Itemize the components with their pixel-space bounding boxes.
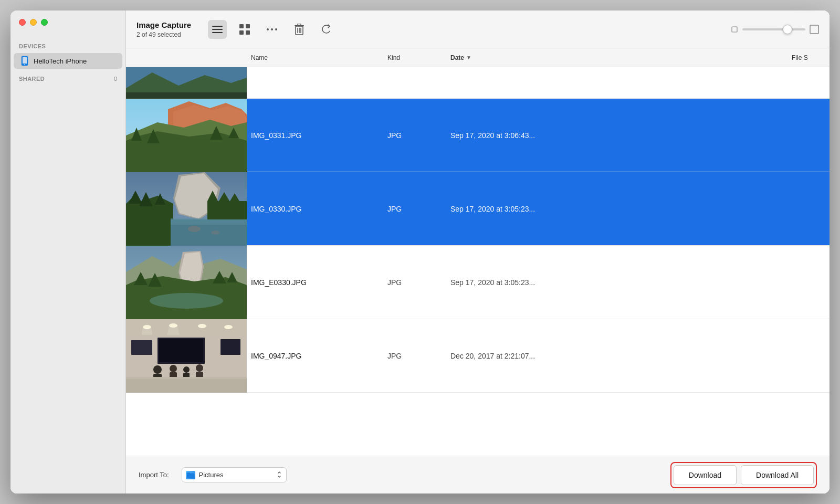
maximize-button[interactable] — [41, 19, 48, 26]
file-date: Sep 17, 2020 at 3:06:43... — [446, 131, 830, 140]
thumbnail-image — [126, 319, 247, 393]
file-kind: JPG — [383, 131, 446, 140]
download-all-button[interactable]: Download All — [741, 465, 814, 485]
file-thumbnail — [126, 99, 247, 172]
file-kind: JPG — [383, 352, 446, 360]
table-row[interactable] — [126, 67, 830, 99]
file-name: IMG_0331.JPG — [247, 131, 383, 140]
svg-rect-70 — [159, 339, 203, 362]
svg-point-44 — [188, 226, 201, 232]
svg-rect-9 — [246, 30, 250, 35]
svg-point-65 — [224, 325, 233, 329]
svg-rect-15 — [298, 24, 301, 25]
file-date: Dec 20, 2017 at 2:21:07... — [446, 352, 830, 360]
svg-point-59 — [150, 293, 223, 309]
svg-marker-30 — [126, 131, 247, 172]
file-date: Sep 17, 2020 at 3:05:23... — [446, 278, 830, 287]
svg-rect-6 — [239, 24, 244, 28]
col-date-header[interactable]: Date ▼ — [446, 54, 788, 61]
minimize-button[interactable] — [30, 19, 37, 26]
file-thumbnail — [126, 67, 247, 99]
table-row[interactable]: IMG_0330.JPG JPG Sep 17, 2020 at 3:05:23… — [126, 172, 830, 246]
svg-rect-19 — [732, 27, 737, 32]
svg-point-75 — [183, 366, 190, 373]
svg-rect-7 — [246, 24, 250, 28]
svg-rect-3 — [212, 26, 223, 27]
title-area: Image Capture 2 of 49 selected — [136, 20, 191, 38]
svg-rect-1 — [23, 57, 27, 64]
download-button[interactable]: Download — [674, 465, 737, 485]
rotate-icon — [321, 24, 332, 35]
table-row[interactable]: IMG_E0330.JPG JPG Sep 17, 2020 at 3:05:2… — [126, 246, 830, 319]
svg-rect-81 — [126, 377, 247, 393]
small-size-icon — [731, 26, 738, 33]
shared-count: 0 — [114, 76, 117, 82]
table-row[interactable]: IMG_0947.JPG JPG Dec 20, 2017 at 2:21:07… — [126, 319, 830, 393]
svg-point-10 — [267, 28, 269, 30]
svg-rect-49 — [207, 201, 247, 219]
file-list: IMG_0331.JPG JPG Sep 17, 2020 at 3:06:43… — [126, 67, 830, 456]
app-title: Image Capture — [136, 20, 191, 30]
import-to-label: Import To: — [139, 471, 169, 479]
file-kind: JPG — [383, 278, 446, 287]
file-thumbnail — [126, 319, 247, 393]
sidebar-item-device-label: HelloTech iPhone — [34, 57, 87, 65]
svg-rect-4 — [212, 29, 223, 30]
file-kind: JPG — [383, 205, 446, 213]
trash-icon — [295, 24, 304, 35]
size-slider-container — [731, 25, 819, 34]
table-row[interactable]: IMG_0331.JPG JPG Sep 17, 2020 at 3:06:43… — [126, 99, 830, 172]
col-name-header[interactable]: Name — [247, 54, 383, 61]
svg-point-2 — [24, 64, 25, 65]
more-button[interactable] — [262, 20, 281, 39]
thumbnail-image — [126, 67, 247, 99]
selection-count: 2 of 49 selected — [136, 31, 191, 38]
import-folder-select[interactable]: Pictures Desktop Downloads — [182, 467, 287, 482]
app-window: DEVICES HelloTech iPhone SHARED 0 Image … — [10, 10, 830, 494]
sidebar: DEVICES HelloTech iPhone SHARED 0 — [10, 10, 126, 494]
delete-button[interactable] — [290, 20, 309, 39]
traffic-lights — [19, 19, 48, 26]
sort-arrow-icon: ▼ — [466, 55, 471, 60]
svg-rect-72 — [220, 339, 240, 355]
size-slider[interactable] — [742, 28, 805, 30]
large-size-icon — [810, 25, 819, 34]
list-view-icon — [212, 25, 223, 34]
grid-view-button[interactable] — [235, 20, 254, 39]
svg-rect-5 — [212, 32, 223, 33]
file-name: IMG_E0330.JPG — [247, 278, 383, 287]
svg-point-77 — [196, 364, 203, 372]
file-name: IMG_0330.JPG — [247, 205, 383, 213]
col-kind-header[interactable]: Kind — [383, 54, 446, 61]
more-icon — [267, 28, 277, 31]
thumbnail-image — [126, 99, 247, 172]
svg-point-73 — [170, 365, 177, 372]
close-button[interactable] — [19, 19, 26, 26]
rotate-button[interactable] — [317, 20, 336, 39]
svg-rect-20 — [810, 25, 818, 34]
svg-point-64 — [198, 324, 206, 328]
thumbnail-image — [126, 246, 247, 319]
shared-section: SHARED 0 — [10, 69, 125, 85]
svg-rect-71 — [131, 340, 152, 355]
grid-view-icon — [239, 24, 250, 35]
sidebar-item-iphone[interactable]: HelloTech iPhone — [14, 53, 122, 69]
import-folder-selector[interactable]: Pictures Desktop Downloads — [182, 467, 287, 482]
main-content: Image Capture 2 of 49 selected — [126, 10, 830, 494]
svg-rect-82 — [126, 377, 247, 379]
file-thumbnail — [126, 246, 247, 319]
svg-rect-23 — [126, 92, 247, 99]
devices-section-label: DEVICES — [10, 37, 125, 52]
column-headers: Name Kind Date ▼ File S — [126, 48, 830, 67]
shared-label: SHARED — [19, 76, 45, 82]
file-thumbnail — [126, 172, 247, 246]
bottom-bar: Import To: Pictures Desktop Downloads — [126, 456, 830, 494]
thumbnail-image — [126, 172, 247, 246]
iphone-icon — [20, 56, 29, 66]
svg-point-12 — [275, 28, 277, 30]
svg-rect-8 — [239, 30, 244, 35]
toolbar: Image Capture 2 of 49 selected — [126, 10, 830, 48]
list-view-button[interactable] — [208, 20, 227, 39]
col-filesize-header[interactable]: File S — [788, 54, 830, 61]
svg-point-45 — [211, 230, 219, 235]
